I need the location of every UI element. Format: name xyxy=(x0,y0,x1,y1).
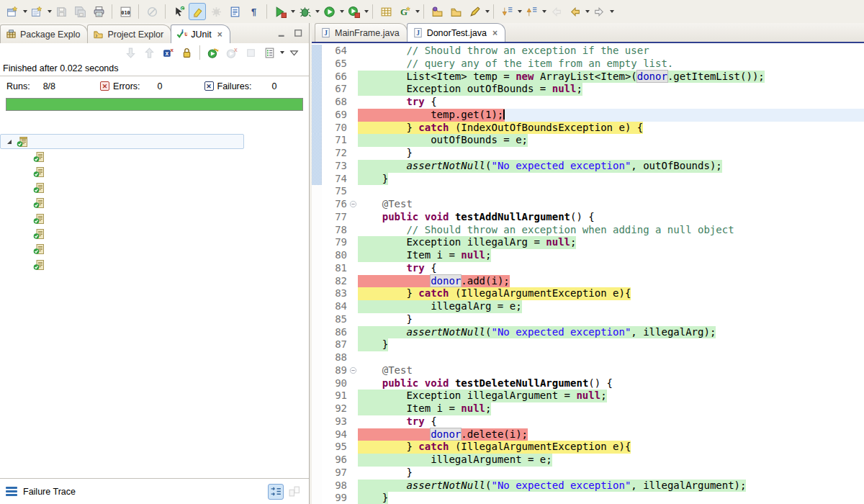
code-line[interactable]: 80 Item i = null; xyxy=(312,249,864,262)
view-menu-button[interactable] xyxy=(285,44,302,61)
minimize-view-button[interactable] xyxy=(276,27,288,40)
code-line[interactable]: 89 @Test xyxy=(312,364,864,377)
save-button[interactable] xyxy=(53,3,70,20)
code-text[interactable]: } catch (IndexOutOfBoundsException e) { xyxy=(358,122,864,135)
test-tree-item[interactable] xyxy=(0,165,309,180)
run-button[interactable] xyxy=(320,3,338,20)
print-button[interactable] xyxy=(90,3,107,20)
code-line[interactable]: 92 Item i = null; xyxy=(312,402,864,415)
code-text[interactable]: } xyxy=(358,313,864,326)
code-line[interactable]: 99 } xyxy=(312,492,864,504)
code-text[interactable]: } xyxy=(358,147,864,160)
code-line[interactable]: 74 } xyxy=(312,173,864,186)
code-text[interactable]: @Test xyxy=(358,198,864,211)
code-line[interactable]: 73 assertNotNull("No expected exception"… xyxy=(312,160,864,173)
forward-button[interactable] xyxy=(590,3,608,20)
view-tab-project-explor[interactable]: Project Explor xyxy=(87,24,171,43)
code-line[interactable]: 71 outOfBounds = e; xyxy=(312,134,864,147)
format-button[interactable] xyxy=(207,3,225,20)
editor-tab-mainframe-java[interactable]: JMainFrame.java xyxy=(315,23,408,42)
previous-failed-test-button[interactable] xyxy=(140,44,158,61)
code-text[interactable]: try { xyxy=(358,262,864,275)
code-text[interactable]: } catch (IllegalArgumentException e){ xyxy=(358,287,864,300)
back-faded-button[interactable] xyxy=(547,3,564,20)
code-line[interactable]: 72 } xyxy=(312,147,864,160)
code-text[interactable]: Item i = null; xyxy=(358,249,864,262)
editor-tab-donortest-java[interactable]: JDonorTest.java× xyxy=(407,23,505,42)
code-text[interactable]: List<Item> temp = new ArrayList<Item>(do… xyxy=(358,71,864,84)
code-text[interactable]: outOfBounds = e; xyxy=(358,134,864,147)
code-text[interactable]: public void testAddNullArgument() { xyxy=(358,211,864,224)
g-tool-button-dropdown[interactable] xyxy=(415,10,420,13)
skip-breakpoints-button[interactable] xyxy=(143,3,161,20)
code-line[interactable]: 96 illegalArgument = e; xyxy=(312,454,864,467)
code-line[interactable]: 75 xyxy=(312,185,864,198)
code-line[interactable]: 83 } catch (IllegalArgumentException e){ xyxy=(312,287,864,300)
sign-button[interactable] xyxy=(466,3,483,20)
show-source-button[interactable] xyxy=(226,3,243,20)
maximize-view-button[interactable] xyxy=(292,27,305,40)
code-text[interactable]: Exception illegalArgument = null; xyxy=(358,390,864,402)
code-text[interactable]: } xyxy=(358,173,864,186)
code-line[interactable]: 81 try { xyxy=(312,262,864,275)
test-suite-row[interactable] xyxy=(0,134,244,149)
code-text[interactable]: } xyxy=(358,338,864,351)
test-tree-item[interactable] xyxy=(0,226,309,241)
code-text[interactable]: illegalArgument = e; xyxy=(358,454,864,467)
code-line[interactable]: 98 assertNotNull("No expected exception"… xyxy=(312,480,864,492)
code-text[interactable] xyxy=(358,185,864,198)
code-text[interactable]: } xyxy=(358,492,864,504)
code-line[interactable]: 76 @Test xyxy=(312,198,864,211)
code-line[interactable]: 97 } xyxy=(312,467,864,480)
code-line[interactable]: 77 public void testAddNullArgument() { xyxy=(312,211,864,224)
coverage-button[interactable] xyxy=(271,3,289,20)
test-tree-item[interactable] xyxy=(0,242,309,257)
code-line[interactable]: 94 donor.delete(i); xyxy=(312,428,864,441)
test-tree-item[interactable] xyxy=(0,211,309,226)
debug-button[interactable] xyxy=(296,3,313,20)
profile-button[interactable] xyxy=(345,3,362,20)
test-run-history-button[interactable] xyxy=(261,44,278,61)
test-tree-item[interactable] xyxy=(0,149,309,164)
code-line[interactable]: 79 Exception illegalArg = null; xyxy=(312,236,864,249)
sign-button-dropdown[interactable] xyxy=(485,10,490,13)
close-tab-icon[interactable]: × xyxy=(492,28,498,38)
code-text[interactable]: illegalArg = e; xyxy=(358,300,864,313)
next-edit-location-button[interactable] xyxy=(498,3,516,20)
scroll-lock-button[interactable] xyxy=(178,44,195,61)
view-tab-junit[interactable]: JuJUnit× xyxy=(171,24,230,43)
save-all-button[interactable] xyxy=(71,3,89,20)
editor-body[interactable]: 64 // Should throw an exception if the u… xyxy=(312,45,864,504)
filter-stack-trace-button[interactable] xyxy=(268,484,284,500)
code-text[interactable]: // Should throw an exception if the user xyxy=(358,45,864,58)
code-line[interactable]: 67 Exception outOfBounds = null; xyxy=(312,83,864,96)
code-text[interactable]: try { xyxy=(358,415,864,428)
test-tree-item[interactable] xyxy=(0,257,309,272)
code-line[interactable]: 65 // query any of the item from an empt… xyxy=(312,58,864,71)
expander-icon[interactable] xyxy=(5,138,15,146)
forward-button-dropdown[interactable] xyxy=(610,10,614,13)
test-tree-item[interactable] xyxy=(0,180,309,195)
code-line[interactable]: 66 List<Item> temp = new ArrayList<Item>… xyxy=(312,71,864,84)
collapse-fold-icon[interactable] xyxy=(349,200,357,208)
code-line[interactable]: 90 public void testDeleteNullArgument() … xyxy=(312,377,864,390)
code-text[interactable]: donor.delete(i); xyxy=(358,428,864,441)
code-line[interactable]: 84 illegalArg = e; xyxy=(312,300,864,313)
code-line[interactable]: 86 assertNotNull("No expected exception"… xyxy=(312,326,864,339)
highlight-button[interactable] xyxy=(189,3,206,20)
code-text[interactable]: } catch (IllegalArgumentException e){ xyxy=(358,441,864,454)
code-line[interactable]: 91 Exception illegalArgument = null; xyxy=(312,390,864,402)
code-text[interactable]: assertNotNull("No expected exception", i… xyxy=(358,326,864,339)
g-tool-button[interactable]: G xyxy=(396,3,413,20)
code-line[interactable]: 78 // Should throw an exception when add… xyxy=(312,224,864,237)
new-grid-button[interactable] xyxy=(377,3,395,20)
back-button[interactable] xyxy=(566,3,583,20)
code-text[interactable]: Exception illegalArg = null; xyxy=(358,236,864,249)
code-text[interactable]: @Test xyxy=(358,364,864,377)
test-tree-item[interactable] xyxy=(0,196,309,211)
code-text[interactable]: assertNotNull("No expected exception", i… xyxy=(358,480,864,492)
close-tab-icon[interactable]: × xyxy=(217,30,222,40)
new-java-project-button[interactable] xyxy=(28,3,45,20)
code-line[interactable]: 87 } xyxy=(312,338,864,351)
code-text[interactable] xyxy=(358,351,864,364)
